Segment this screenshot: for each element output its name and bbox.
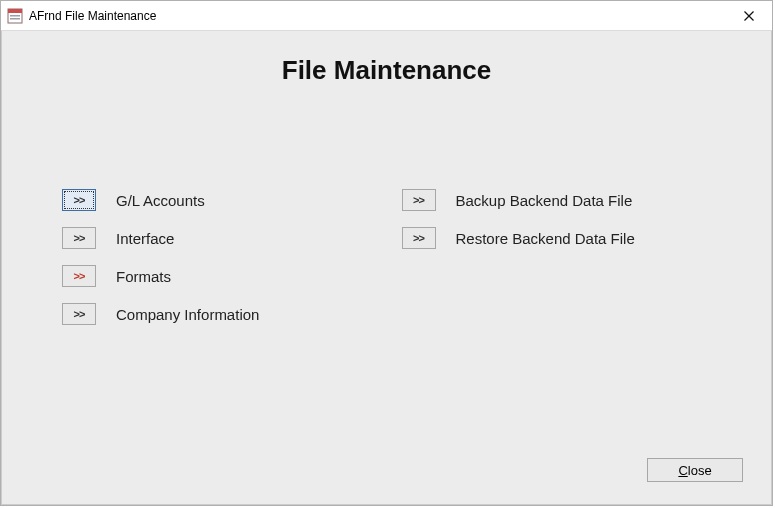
options-grid: >> G/L Accounts >> Interface >> Formats <box>62 181 711 333</box>
backup-button[interactable]: >> <box>402 189 436 211</box>
option-row-gl-accounts: >> G/L Accounts <box>62 181 372 219</box>
window-close-button[interactable] <box>726 1 772 31</box>
client-area: File Maintenance >> G/L Accounts >> Inte… <box>1 31 772 505</box>
chevron-right-icon: >> <box>413 194 424 206</box>
option-row-restore: >> Restore Backend Data File <box>402 219 712 257</box>
chevron-right-icon: >> <box>413 232 424 244</box>
close-accel: C <box>678 463 687 478</box>
form-icon <box>7 8 23 24</box>
svg-rect-3 <box>10 18 20 20</box>
option-row-backup: >> Backup Backend Data File <box>402 181 712 219</box>
interface-button[interactable]: >> <box>62 227 96 249</box>
gl-accounts-button[interactable]: >> <box>62 189 96 211</box>
chevron-right-icon: >> <box>74 194 85 206</box>
option-row-company-information: >> Company Information <box>62 295 372 333</box>
gl-accounts-label: G/L Accounts <box>116 192 205 209</box>
interface-label: Interface <box>116 230 174 247</box>
titlebar: AFrnd File Maintenance <box>1 1 772 31</box>
close-rest: lose <box>688 463 712 478</box>
chevron-right-icon: >> <box>74 308 85 320</box>
close-button[interactable]: Close <box>647 458 743 482</box>
formats-label: Formats <box>116 268 171 285</box>
chevron-right-icon: >> <box>74 232 85 244</box>
svg-rect-1 <box>8 9 22 13</box>
formats-button[interactable]: >> <box>62 265 96 287</box>
left-column: >> G/L Accounts >> Interface >> Formats <box>62 181 372 333</box>
restore-label: Restore Backend Data File <box>456 230 635 247</box>
page-title: File Maintenance <box>2 55 771 86</box>
company-information-button[interactable]: >> <box>62 303 96 325</box>
company-information-label: Company Information <box>116 306 259 323</box>
restore-button[interactable]: >> <box>402 227 436 249</box>
option-row-interface: >> Interface <box>62 219 372 257</box>
option-row-formats: >> Formats <box>62 257 372 295</box>
svg-rect-2 <box>10 15 20 17</box>
chevron-right-icon: >> <box>74 270 85 282</box>
dialog-window: AFrnd File Maintenance File Maintenance … <box>0 0 773 506</box>
window-title: AFrnd File Maintenance <box>29 9 156 23</box>
close-icon <box>744 11 754 21</box>
backup-label: Backup Backend Data File <box>456 192 633 209</box>
right-column: >> Backup Backend Data File >> Restore B… <box>402 181 712 333</box>
